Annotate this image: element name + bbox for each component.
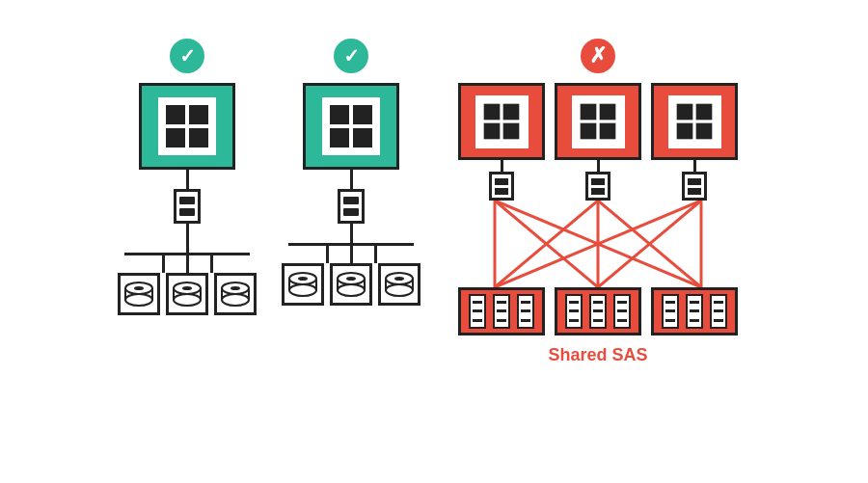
server-box-3-2	[555, 83, 641, 160]
vline-disk3	[210, 255, 213, 273]
badge-1: ✓	[170, 39, 204, 73]
vline-3-3	[693, 160, 696, 172]
server-box-3-3	[651, 83, 738, 160]
svg-point-13	[182, 286, 192, 290]
shelf-disk-1-3	[517, 294, 534, 329]
vline-3-2	[597, 160, 600, 172]
windows-logo-1	[158, 97, 216, 155]
diagram-3: Shared SAS	[452, 83, 744, 365]
cross-lines-svg	[452, 201, 744, 287]
server-box-1	[139, 83, 235, 170]
disk-shelf-3-2	[555, 287, 641, 335]
win-logo-3-1	[475, 95, 529, 148]
svg-rect-22	[353, 128, 372, 148]
svg-rect-44	[581, 123, 597, 140]
svg-rect-0	[166, 105, 185, 124]
svg-rect-40	[484, 123, 501, 140]
hba-3-2	[585, 172, 610, 201]
cross-connections	[452, 201, 744, 287]
disk-3	[214, 273, 257, 315]
disk-group-1	[118, 273, 257, 315]
svg-point-31	[338, 284, 365, 296]
disk-shelves-row	[458, 287, 738, 335]
svg-point-8	[134, 286, 144, 290]
vline-1b	[186, 224, 189, 253]
shelf-disk-3-2	[686, 294, 703, 329]
vline-1a	[186, 170, 189, 189]
shared-sas-label: Shared SAS	[548, 345, 647, 365]
disk-group-2	[282, 263, 420, 306]
badge-2: ✓	[334, 39, 368, 73]
svg-point-32	[346, 277, 356, 281]
server-box-3-1	[458, 83, 545, 160]
win-logo-3-3	[668, 95, 721, 148]
vline-disk1	[162, 255, 165, 273]
vline-3-1	[501, 160, 503, 172]
windows-logo-2	[322, 97, 380, 155]
svg-rect-42	[581, 104, 597, 121]
svg-rect-39	[503, 104, 520, 121]
svg-rect-46	[677, 104, 693, 121]
svg-point-12	[174, 294, 201, 306]
server-unit-3-2	[555, 83, 641, 201]
disk-2	[166, 273, 208, 315]
diagram-1	[124, 83, 250, 315]
win-logo-3-2	[572, 95, 625, 148]
svg-rect-20	[353, 105, 372, 124]
server-unit-3-3	[651, 83, 738, 201]
disk-shelf-3-3	[651, 287, 738, 335]
svg-rect-49	[696, 123, 713, 140]
shelf-disk-3-3	[710, 294, 727, 329]
shelf-disk-3-1	[662, 294, 679, 329]
svg-point-27	[298, 277, 308, 281]
svg-point-17	[222, 294, 249, 306]
svg-rect-48	[677, 123, 693, 140]
disk-2-3	[378, 263, 420, 306]
svg-rect-38	[484, 104, 501, 121]
server-unit-3-1	[458, 83, 545, 201]
diagram-container: ✓	[0, 0, 868, 483]
svg-rect-41	[503, 123, 520, 140]
svg-rect-47	[696, 104, 713, 121]
svg-point-26	[289, 284, 316, 296]
diagram-2	[288, 83, 414, 306]
hba-2	[338, 189, 365, 224]
svg-point-7	[125, 294, 152, 306]
disk-1	[118, 273, 160, 315]
shelf-disk-2-1	[565, 294, 583, 329]
svg-rect-19	[330, 105, 349, 124]
hba-1	[174, 189, 201, 224]
vline-2-disk2	[350, 246, 353, 263]
hba-3-3	[682, 172, 707, 201]
vline-2-disk3	[374, 246, 377, 263]
svg-point-37	[394, 277, 404, 281]
shelf-disk-1-2	[493, 294, 510, 329]
vline-disk2	[186, 255, 189, 273]
svg-rect-1	[189, 105, 208, 124]
svg-point-36	[386, 284, 413, 296]
vline-2b	[350, 224, 353, 243]
vline-2-disk1	[326, 246, 329, 263]
disk-shelf-3-1	[458, 287, 545, 335]
disk-2-2	[330, 263, 372, 306]
hba-3-1	[489, 172, 514, 201]
svg-rect-3	[189, 128, 208, 148]
disk-2-1	[282, 263, 324, 306]
server-row-3	[458, 83, 738, 201]
server-box-2	[303, 83, 399, 170]
shelf-disk-1-1	[469, 294, 486, 329]
svg-rect-21	[330, 128, 349, 148]
shelf-disk-2-3	[613, 294, 631, 329]
svg-rect-45	[600, 123, 616, 140]
svg-rect-43	[600, 104, 616, 121]
vline-2a	[350, 170, 353, 189]
svg-point-18	[231, 286, 240, 290]
shelf-disk-2-2	[589, 294, 607, 329]
svg-rect-2	[166, 128, 185, 148]
badge-3: ✗	[581, 39, 615, 73]
